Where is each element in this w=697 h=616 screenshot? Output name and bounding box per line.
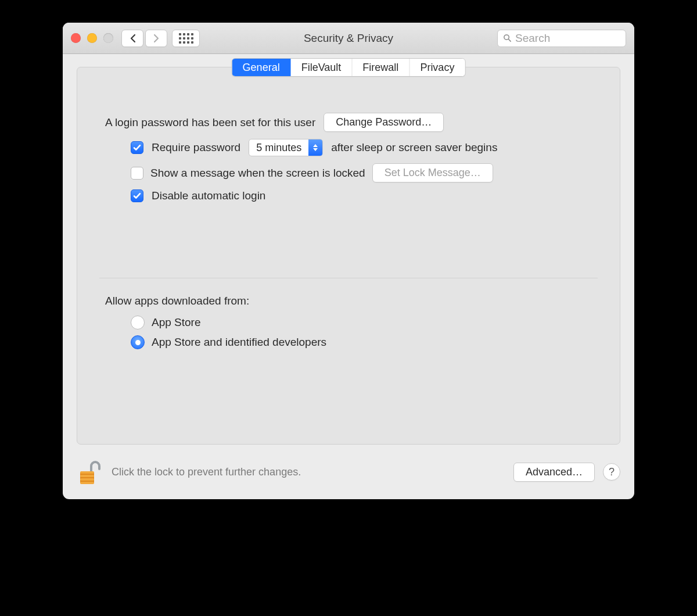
zoom-window-button [103,33,113,43]
login-password-row: A login password has been set for this u… [105,113,592,132]
login-password-text: A login password has been set for this u… [105,116,315,129]
search-icon [503,34,512,42]
tab-privacy[interactable]: Privacy [409,59,465,76]
close-window-button[interactable] [71,33,81,43]
svg-rect-5 [80,478,94,481]
tab-filevault[interactable]: FileVault [291,59,353,76]
svg-rect-6 [80,482,94,484]
footer: Click the lock to prevent further change… [63,453,634,499]
nav-buttons [121,30,167,47]
chevron-right-icon [153,34,160,43]
search-placeholder: Search [515,32,550,45]
minimize-window-button[interactable] [87,33,97,43]
lock-button[interactable] [77,459,103,485]
updown-icon [308,139,322,156]
lock-hint-text: Click the lock to prevent further change… [112,466,301,478]
tab-firewall[interactable]: Firewall [352,59,409,76]
grid-icon [179,33,193,44]
tab-panel: General FileVault Firewall Privacy A log… [77,67,620,445]
set-lock-message-button[interactable]: Set Lock Message… [372,163,493,182]
require-password-label-after: after sleep or screen saver begins [331,141,497,154]
svg-rect-4 [80,475,94,477]
show-lock-message-checkbox[interactable] [131,167,143,180]
chevron-left-icon [130,34,136,43]
require-password-label: Require password [152,141,240,154]
help-button[interactable]: ? [603,463,620,481]
tab-general[interactable]: General [232,59,291,76]
content-area: General FileVault Firewall Privacy A log… [63,54,634,453]
require-password-row: Require password 5 minutes after sleep o… [131,139,592,156]
radio-app-store-identified-label: App Store and identified developers [152,336,326,349]
show-lock-message-label: Show a message when the screen is locked [150,167,365,180]
delay-selected-value: 5 minutes [249,142,308,154]
radio-app-store-label: App Store [152,316,201,329]
allow-apps-option-appstore: App Store [131,316,592,330]
preferences-window: Security & Privacy Search General FileVa… [63,23,634,499]
section-divider [99,278,598,278]
radio-app-store-identified[interactable] [131,335,145,349]
advanced-button[interactable]: Advanced… [513,463,595,482]
disable-auto-login-label: Disable automatic login [152,189,265,202]
radio-app-store[interactable] [131,316,145,330]
titlebar: Security & Privacy Search [63,23,634,54]
svg-rect-3 [80,471,94,474]
lock-open-icon [78,460,102,485]
allow-apps-option-identified: App Store and identified developers [131,335,592,349]
window-controls [71,33,113,43]
disable-auto-login-checkbox[interactable] [131,189,143,202]
disable-auto-login-row: Disable automatic login [131,189,592,202]
svg-line-1 [509,40,511,42]
back-button[interactable] [121,30,143,47]
require-password-checkbox[interactable] [131,141,143,154]
forward-button[interactable] [145,30,167,47]
tab-bar: General FileVault Firewall Privacy [232,58,466,77]
show-all-button[interactable] [172,30,200,47]
require-password-delay-select[interactable]: 5 minutes [249,139,323,156]
allow-apps-heading: Allow apps downloaded from: [105,295,592,307]
change-password-button[interactable]: Change Password… [324,113,444,132]
show-lock-message-row: Show a message when the screen is locked… [131,163,592,182]
search-field[interactable]: Search [497,30,626,47]
